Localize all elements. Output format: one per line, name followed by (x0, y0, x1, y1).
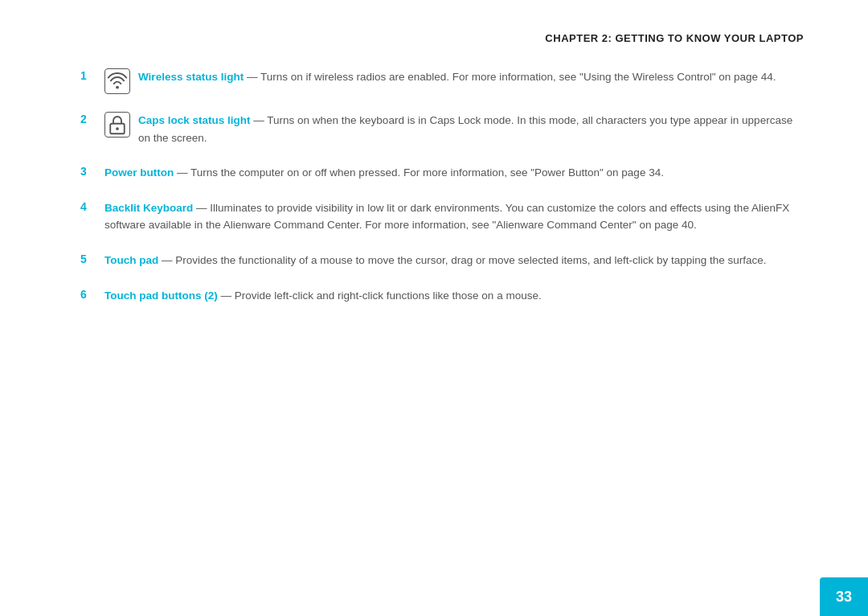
item-text-4: — Illuminates to provide visibility in l… (104, 202, 789, 232)
list-item: 4 Backlit Keyboard — Illuminates to prov… (80, 199, 804, 234)
item-label-1: Wireless status light (138, 71, 244, 83)
item-number-4: 4 (80, 199, 104, 213)
item-text-3: — Turns the computer on or off when pres… (174, 166, 664, 179)
list-item: 5 Touch pad — Provides the functionality… (80, 252, 804, 269)
item-content-4: Backlit Keyboard — Illuminates to provid… (104, 199, 804, 234)
wireless-icon (104, 68, 130, 94)
svg-point-0 (116, 86, 119, 89)
item-number-6: 6 (80, 287, 104, 301)
list-item: 6 Touch pad buttons (2) — Provide left-c… (80, 287, 804, 305)
item-number-5: 5 (80, 252, 104, 265)
item-label-6: Touch pad buttons (2) (104, 290, 218, 302)
item-label-5: Touch pad (104, 254, 158, 266)
svg-point-2 (116, 127, 119, 130)
list-item: 2 Caps lock status light — Turns on when… (80, 112, 804, 146)
item-number-1: 1 (80, 68, 104, 82)
item-text-6: — Provide left-click and right-click fun… (218, 290, 542, 302)
page-container: CHAPTER 2: GETTING TO KNOW YOUR LAPTOP 1… (0, 0, 868, 616)
items-list: 1 Wireless status light — Turns on if wi… (80, 68, 804, 304)
item-content-6: Touch pad buttons (2) — Provide left-cli… (104, 287, 804, 305)
item-content-3: Power button — Turns the computer on or … (104, 164, 804, 182)
item-content-5: Touch pad — Provides the functionality o… (104, 252, 804, 269)
page-number-badge: 33 (820, 577, 868, 616)
chapter-title: CHAPTER 2: GETTING TO KNOW YOUR LAPTOP (80, 32, 804, 44)
item-text-5: — Provides the functionality of a mouse … (158, 254, 766, 266)
item-number-3: 3 (80, 164, 104, 178)
item-number-2: 2 (80, 112, 104, 125)
chapter-header: CHAPTER 2: GETTING TO KNOW YOUR LAPTOP (80, 32, 804, 44)
item-content-2: Caps lock status light — Turns on when t… (138, 112, 804, 146)
page-number: 33 (836, 589, 852, 606)
item-text-1: — Turns on if wireless radios are enable… (244, 71, 776, 83)
list-item: 1 Wireless status light — Turns on if wi… (80, 68, 804, 94)
list-item: 3 Power button — Turns the computer on o… (80, 164, 804, 182)
item-label-2: Caps lock status light (138, 114, 251, 126)
item-label-3: Power button (104, 166, 174, 179)
item-content-1: Wireless status light — Turns on if wire… (138, 68, 804, 86)
capslock-icon (104, 112, 130, 138)
item-label-4: Backlit Keyboard (104, 202, 193, 214)
